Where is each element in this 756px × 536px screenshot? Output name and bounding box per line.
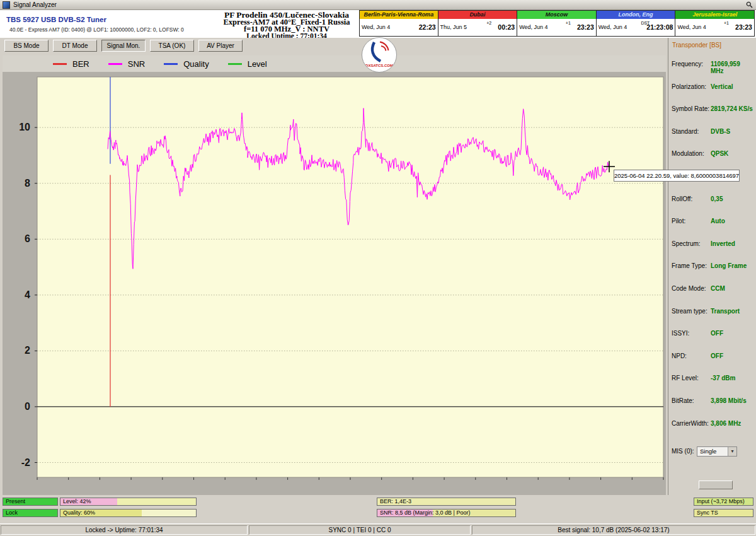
quality-meter: Quality: 60% — [60, 509, 197, 517]
present-indicator: Present — [3, 498, 58, 506]
transponder-rows: Frequency:11069,959 MHz Polarization:Ver… — [668, 61, 756, 442]
world-clock-berlin: Berlin-Paris-Vienna-Roma Wed, Jun 4 22:2… — [359, 10, 438, 37]
row-frequency: Frequency:11069,959 MHz — [668, 61, 756, 83]
legend-ber: BER — [53, 59, 89, 69]
window-titlebar: Signal Analyzer — [0, 0, 756, 10]
legend-level: Level — [228, 59, 267, 69]
y-axis-tick-label: 0 — [25, 401, 30, 412]
tab-bar: BS Mode DT Mode Signal Mon. TSA (OK) AV … — [0, 38, 668, 55]
world-clock-moscow: Moscow Wed, Jun 4 +1 23:23 — [517, 10, 597, 37]
world-clock-london: London, Eng Wed, Jun 4 DST 21:23:08 — [597, 10, 676, 37]
row-bitrate: BitRate:3,898 Mbit/s — [668, 397, 756, 420]
clock-city: London, Eng — [597, 11, 675, 19]
chevron-down-icon: ▾ — [728, 447, 736, 456]
world-clock-jerusalem: Jerusalem-Israel Wed, Jun 4 +1 23:23 — [675, 10, 755, 37]
row-carrier-width: CarrierWidth:3,806 MHz — [668, 420, 756, 443]
row-rolloff: RollOff:0,35 — [668, 195, 756, 218]
window-title: Signal Analyzer — [13, 1, 57, 8]
snr-meter: SNR: 8,5 dB (Margin: 3,0 dB | Poor) — [377, 509, 516, 517]
clock-city: Jerusalem-Israel — [675, 11, 754, 19]
y-axis-tick-label: 6 — [25, 233, 30, 244]
header: TBS 5927 USB DVB-S2 Tuner 40.0E - Expres… — [0, 10, 756, 38]
level-line-swatch — [228, 63, 242, 65]
tuner-detail: 40.0E - Express AM7 (ID: 0400) @ LOF1: 1… — [9, 26, 184, 33]
row-symbol-rate: Symbol Rate:2819,724 KS/s — [668, 105, 756, 128]
snr-line-swatch — [108, 63, 122, 65]
mis-label: MIS (0): — [672, 448, 697, 455]
status-best-signal: Best signal: 10,7 dB (2025-06-02 13:17) — [472, 525, 755, 535]
tab-av-player[interactable]: AV Player — [198, 40, 243, 52]
status-bar: Locked -> Uptime: 77:01:34 SYNC 0 | TEI … — [0, 523, 756, 536]
clock-city: Dubai — [438, 11, 517, 19]
clock-time: 23:23 — [577, 23, 594, 31]
y-axis-tick-label: 4 — [25, 289, 30, 300]
level-meter: Level: 42% — [60, 498, 197, 506]
tab-tsa[interactable]: TSA (OK) — [150, 40, 194, 52]
y-axis-tick-label: 2 — [25, 345, 30, 356]
y-axis-tick-label: -2 — [21, 457, 30, 468]
row-pilot: Pilot:Auto — [668, 218, 756, 240]
world-clock-dubai: Dubai Thu, Jun 5 +2 00:23 — [438, 10, 518, 37]
clock-time: 23:23 — [735, 23, 752, 31]
row-standard: Standard:DVB-S — [668, 128, 756, 151]
tab-bs-mode[interactable]: BS Mode — [4, 40, 49, 52]
clock-offset: +1 — [566, 21, 571, 25]
clock-date: Thu, Jun 5 — [440, 24, 467, 30]
y-axis-tick-label: 8 — [25, 178, 30, 189]
clock-time: 22:23 — [419, 23, 436, 31]
legend-snr: SNR — [108, 59, 145, 69]
y-axis-tick-label: 10 — [19, 122, 30, 132]
sync-ts-indicator: Sync TS — [694, 509, 753, 517]
clock-time: 21:23:08 — [646, 23, 673, 31]
quality-line-swatch — [164, 63, 178, 65]
app-icon — [3, 1, 10, 9]
clock-offset: +1 — [724, 21, 729, 25]
snr-plot[interactable]: 1086420-2 — [3, 55, 666, 495]
magnifier-icon[interactable] — [745, 1, 753, 9]
world-clocks: Berlin-Paris-Vienna-Roma Wed, Jun 4 22:2… — [359, 10, 755, 37]
status-lock-uptime: Locked -> Uptime: 77:01:34 — [1, 525, 248, 535]
panel-scrollbar[interactable] — [699, 481, 733, 489]
site-info: PF Prodelin 450/Lučenec-Slovakia Express… — [202, 10, 372, 39]
row-code-mode: Code Mode:CCM — [668, 285, 756, 308]
clock-time: 00:23 — [498, 23, 515, 31]
mis-row: MIS (0): Single ▾ — [672, 448, 753, 455]
clock-date: Wed, Jun 4 — [519, 24, 547, 30]
legend-quality: Quality — [164, 59, 209, 69]
clock-date: Wed, Jun 4 — [677, 24, 706, 30]
clock-date: Wed, Jun 4 — [598, 24, 627, 30]
clock-city: Berlin-Paris-Vienna-Roma — [360, 11, 438, 19]
chart-legend: BER SNR Quality Level — [3, 55, 666, 72]
tuner-name: TBS 5927 USB DVB-S2 Tuner — [6, 16, 106, 23]
clock-date: Wed, Jun 4 — [362, 24, 390, 30]
row-issyi: ISSYI:OFF — [668, 330, 756, 352]
tab-signal-mon[interactable]: Signal Mon. — [101, 40, 146, 52]
tab-dt-mode[interactable]: DT Mode — [53, 40, 97, 52]
row-stream-type: Stream type:Transport — [668, 308, 756, 330]
transponder-panel: Transponder [BS] Frequency:11069,959 MHz… — [668, 38, 756, 495]
row-spectrum: Spectrum:Inverted — [668, 240, 756, 263]
plot-area — [37, 77, 663, 477]
signal-chart-area: BER SNR Quality Level 1086420-2 — [3, 55, 666, 495]
row-polarization: Polarization:Vertical — [668, 83, 756, 106]
mis-dropdown[interactable]: Single ▾ — [697, 446, 737, 457]
row-rf-level: RF Level:-37 dBm — [668, 375, 756, 397]
input-rate-meter: Input (~3,72 Mbps) — [694, 498, 753, 506]
ber-meter: BER: 1,4E-3 — [377, 498, 516, 506]
logo-text: DXSATCS.COM — [362, 64, 396, 67]
dxsatcs-logo: DXSATCS.COM — [362, 37, 397, 73]
clock-offset: +2 — [486, 21, 491, 25]
clock-city: Moscow — [517, 11, 596, 19]
transponder-panel-title: Transponder [BS] — [672, 42, 721, 49]
lock-indicator: Lock — [3, 509, 58, 517]
mis-value: Single — [700, 448, 716, 455]
signal-analyzer-app: { "window": { "title": "Signal Analyzer"… — [0, 0, 756, 536]
ber-line-swatch — [53, 63, 67, 65]
status-sync-counters: SYNC 0 | TEI 0 | CC 0 — [249, 525, 471, 535]
row-frame-type: Frame Type:Long Frame — [668, 262, 756, 285]
row-npd: NPD:OFF — [668, 352, 756, 375]
chart-tooltip: 2025-06-04 22.20.59, value: 8,6000003814… — [614, 170, 740, 182]
